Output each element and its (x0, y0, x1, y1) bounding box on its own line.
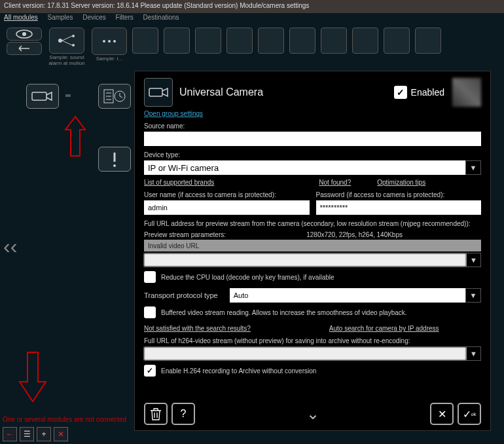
transport-select[interactable] (230, 288, 465, 303)
error-message: One or several modules are not connected (3, 416, 126, 423)
password-input[interactable] (316, 200, 482, 215)
enable-h264-checkbox[interactable]: ✓ (144, 365, 156, 377)
svg-point-3 (72, 35, 75, 37)
username-label: User name (if access to camera is protec… (144, 191, 310, 198)
tool-btn-4[interactable] (164, 28, 190, 54)
left-sidebar-2 (98, 84, 131, 177)
preview-thumbnail (452, 78, 481, 107)
delete-button[interactable]: ✕ (54, 427, 68, 441)
back-button[interactable]: ← (3, 427, 17, 441)
tool-btn-3[interactable] (132, 28, 158, 54)
menu-destinations[interactable]: Destinations (143, 14, 179, 21)
trash-button[interactable] (144, 403, 168, 425)
invalid-url-field (144, 240, 481, 251)
list-brands-link[interactable]: List of supported brands (144, 179, 214, 186)
main-area: ‹‹ Universal Camera ✓ Enabled Open group… (0, 71, 504, 437)
title-bar: Client version: 17.8.31 Server version: … (0, 0, 504, 13)
menu-filters[interactable]: Filters (116, 14, 134, 21)
eye-icon[interactable] (7, 28, 42, 41)
preview-url-input[interactable] (144, 253, 466, 267)
transport-label: Transport protocol type (144, 291, 218, 299)
h264-label: Full URL of h264-video stream (without p… (144, 337, 481, 344)
reduce-cpu-label: Reduce the CPU load (decode only key fra… (161, 274, 334, 281)
clock-checklist-icon[interactable] (98, 84, 131, 109)
preview-url-dropdown-icon[interactable]: ▼ (466, 253, 481, 267)
alert-icon[interactable] (98, 147, 131, 172)
tool-btn-5[interactable] (195, 28, 221, 54)
svg-point-8 (108, 40, 111, 43)
buffered-checkbox[interactable] (144, 306, 156, 318)
back-arrow-icon[interactable] (7, 42, 42, 55)
arrow-down-annotation (13, 346, 52, 405)
svg-point-19 (113, 164, 116, 167)
tool-btn-6[interactable] (226, 28, 253, 54)
source-name-label: Source name: (144, 122, 481, 130)
menu-all-modules[interactable]: All modules (4, 14, 38, 21)
enabled-checkbox[interactable]: ✓ (394, 86, 407, 99)
h264-url-input[interactable] (144, 347, 466, 360)
tool-btn-8[interactable] (289, 28, 315, 54)
cancel-button[interactable]: ✕ (430, 403, 454, 425)
dots-icon[interactable] (92, 28, 127, 55)
svg-point-9 (113, 40, 116, 43)
menu-samples[interactable]: Samples (47, 14, 73, 21)
camera-icon[interactable] (26, 84, 59, 109)
device-type-select[interactable] (144, 160, 465, 175)
dialog-camera-icon (144, 78, 173, 107)
dialog-title: Universal Camera (179, 86, 394, 98)
tool-btn-12[interactable] (415, 28, 441, 54)
username-input[interactable] (144, 200, 310, 215)
svg-point-2 (58, 39, 62, 43)
device-type-label: Device type: (144, 151, 481, 158)
open-group-link[interactable]: Open group settings (144, 110, 203, 117)
connector (65, 94, 71, 97)
preview-params-label: Preview stream parameters: (144, 231, 226, 238)
enable-h264-label: Enable H.264 recording to Archive withou… (161, 367, 316, 375)
reduce-cpu-checkbox[interactable] (144, 271, 156, 283)
full-url-label: Full URL address for preview stream from… (144, 220, 481, 227)
device-type-dropdown-icon[interactable]: ▼ (465, 160, 481, 175)
network-icon[interactable] (49, 28, 84, 54)
svg-point-7 (103, 40, 105, 43)
password-label: Password (if access to camera is protect… (316, 191, 482, 198)
arrow-up-annotation (59, 110, 92, 162)
chevron-down-icon[interactable]: ⌄ (306, 405, 319, 423)
tool-btn-11[interactable] (384, 28, 410, 54)
tool-btn-10[interactable] (352, 28, 378, 54)
source-name-input[interactable] (144, 132, 481, 146)
preview-params-value: 1280x720, 22fps, h264, 140Kbps (306, 231, 403, 238)
tool-label-2: Sample: I... (96, 56, 122, 62)
help-button[interactable]: ? (171, 403, 195, 425)
auto-search-link[interactable]: Auto search for camera by IP address (329, 325, 439, 332)
list-button[interactable]: ☰ (20, 427, 34, 441)
svg-line-6 (62, 41, 72, 45)
settings-dialog: Universal Camera ✓ Enabled Open group se… (134, 71, 491, 431)
optimization-tips-link[interactable]: Optimization tips (377, 179, 425, 186)
tool-btn-7[interactable] (258, 28, 284, 54)
buffered-label: Buffered video stream reading. Allows to… (161, 309, 407, 316)
svg-line-17 (120, 96, 122, 98)
enabled-label: Enabled (411, 87, 444, 98)
tool-label-1: Sample: sound alarm at motion (47, 55, 86, 67)
svg-point-4 (72, 44, 75, 46)
h264-dropdown-icon[interactable]: ▼ (466, 346, 481, 361)
svg-rect-20 (149, 88, 162, 96)
ok-button[interactable]: ✓ok (458, 403, 481, 425)
transport-dropdown-icon[interactable]: ▼ (465, 288, 481, 303)
chevron-left-icon[interactable]: ‹‹ (3, 234, 17, 259)
svg-point-1 (22, 32, 26, 36)
tool-btn-9[interactable] (321, 28, 347, 54)
menu-bar: All modules Samples Devices Filters Dest… (0, 13, 504, 24)
add-button[interactable]: + (37, 427, 51, 441)
menu-devices[interactable]: Devices (82, 14, 106, 21)
svg-line-5 (62, 36, 72, 41)
toolbar: Sample: sound alarm at motion Sample: I.… (0, 24, 504, 71)
bottom-toolbar: ← ☰ + ✕ (3, 427, 68, 441)
svg-rect-10 (32, 92, 46, 100)
not-found-link[interactable]: Not found? (319, 179, 351, 186)
not-satisfied-link[interactable]: Not satisfied with the search results? (144, 325, 251, 332)
